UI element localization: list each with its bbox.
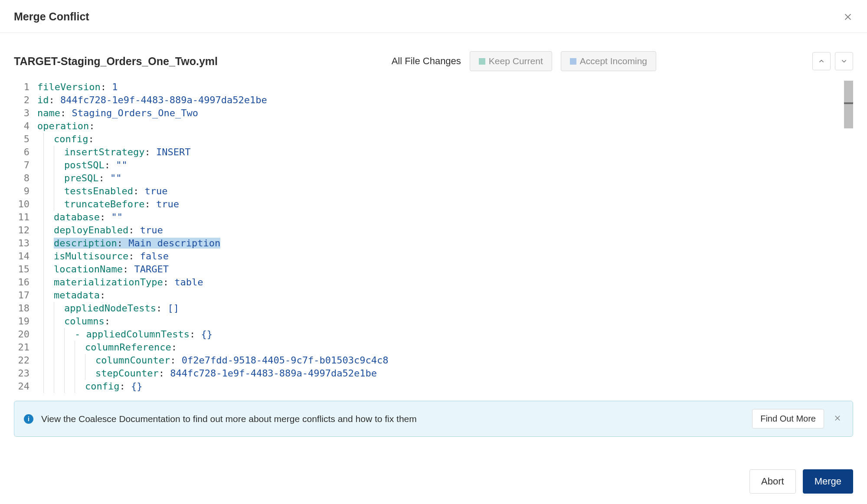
line-number: 19 — [14, 315, 37, 328]
modal-footer: Abort Merge — [749, 469, 853, 494]
scroll-marker — [844, 102, 853, 104]
banner-close-icon[interactable] — [832, 412, 843, 425]
code-line: 18appliedNodeTests: [] — [14, 302, 853, 315]
conflict-controls: All File Changes Keep Current Accept Inc… — [392, 51, 656, 71]
modal-title: Merge Conflict — [14, 10, 89, 23]
code-content: columns: — [37, 315, 853, 328]
vertical-scrollbar[interactable] — [844, 81, 853, 128]
abort-button[interactable]: Abort — [749, 469, 796, 494]
code-content: testsEnabled: true — [37, 185, 853, 198]
line-number: 13 — [14, 237, 37, 250]
accept-incoming-swatch-icon — [570, 58, 576, 65]
keep-current-label: Keep Current — [489, 56, 543, 66]
code-content: - appliedColumnTests: {} — [37, 328, 853, 341]
next-conflict-button[interactable] — [835, 52, 853, 70]
code-content: locationName: TARGET — [37, 263, 853, 276]
code-line: 4operation: — [14, 120, 853, 133]
code-content: database: "" — [37, 211, 853, 224]
line-number: 12 — [14, 224, 37, 237]
code-line: 19columns: — [14, 315, 853, 328]
line-number: 24 — [14, 380, 37, 393]
code-line: 24config: {} — [14, 380, 853, 393]
code-line: 2id: 844fc728-1e9f-4483-889a-4997da52e1b… — [14, 94, 853, 107]
code-content: stepCounter: 844fc728-1e9f-4483-889a-499… — [37, 367, 853, 380]
code-content: config: — [37, 133, 853, 146]
line-number: 11 — [14, 211, 37, 224]
code-line: 10truncateBefore: true — [14, 198, 853, 211]
line-number: 3 — [14, 107, 37, 120]
line-number: 15 — [14, 263, 37, 276]
line-number: 2 — [14, 94, 37, 107]
line-number: 10 — [14, 198, 37, 211]
code-line: 11database: "" — [14, 211, 853, 224]
help-banner-text: View the Coalesce Documentation to find … — [41, 414, 744, 424]
code-content: deployEnabled: true — [37, 224, 853, 237]
prev-conflict-button[interactable] — [812, 52, 831, 70]
file-toolbar: TARGET-Staging_Orders_One_Two.yml All Fi… — [0, 33, 867, 79]
code-content: columnCounter: 0f2e7fdd-9518-4405-9c7f-b… — [37, 354, 853, 367]
line-number: 20 — [14, 328, 37, 341]
code-content: description: Main description — [37, 237, 853, 250]
keep-current-swatch-icon — [479, 58, 485, 65]
line-number: 1 — [14, 81, 37, 94]
code-line: 17metadata: — [14, 289, 853, 302]
code-line: 15locationName: TARGET — [14, 263, 853, 276]
code-editor[interactable]: 1fileVersion: 12id: 844fc728-1e9f-4483-8… — [14, 79, 853, 394]
line-number: 14 — [14, 250, 37, 263]
line-number: 18 — [14, 302, 37, 315]
code-line: 5config: — [14, 133, 853, 146]
line-number: 8 — [14, 172, 37, 185]
code-line: 13description: Main description — [14, 237, 853, 250]
code-content: postSQL: "" — [37, 159, 853, 172]
code-content: isMultisource: false — [37, 250, 853, 263]
code-content: materializationType: table — [37, 276, 853, 289]
file-name: TARGET-Staging_Orders_One_Two.yml — [14, 55, 218, 68]
code-content: fileVersion: 1 — [37, 81, 853, 94]
code-content: columnReference: — [37, 341, 853, 354]
keep-current-button[interactable]: Keep Current — [470, 51, 552, 71]
help-banner: i View the Coalesce Documentation to fin… — [14, 401, 853, 437]
code-content: name: Staging_Orders_One_Two — [37, 107, 853, 120]
conflict-nav — [812, 52, 853, 70]
accept-incoming-button[interactable]: Accept Incoming — [561, 51, 656, 71]
line-number: 16 — [14, 276, 37, 289]
line-number: 17 — [14, 289, 37, 302]
code-content: insertStrategy: INSERT — [37, 146, 853, 159]
all-file-changes-label: All File Changes — [392, 56, 461, 67]
merge-button[interactable]: Merge — [803, 469, 853, 494]
code-line: 3name: Staging_Orders_One_Two — [14, 107, 853, 120]
code-content: config: {} — [37, 380, 853, 393]
code-line: 9testsEnabled: true — [14, 185, 853, 198]
line-number: 6 — [14, 146, 37, 159]
code-content: operation: — [37, 120, 853, 133]
line-number: 4 — [14, 120, 37, 133]
line-number: 22 — [14, 354, 37, 367]
accept-incoming-label: Accept Incoming — [580, 56, 647, 66]
line-number: 7 — [14, 159, 37, 172]
code-line: 21columnReference: — [14, 341, 853, 354]
code-line: 12deployEnabled: true — [14, 224, 853, 237]
code-line: 1fileVersion: 1 — [14, 81, 853, 94]
code-content: id: 844fc728-1e9f-4483-889a-4997da52e1be — [37, 94, 853, 107]
code-content: truncateBefore: true — [37, 198, 853, 211]
code-line: 6insertStrategy: INSERT — [14, 146, 853, 159]
info-icon: i — [24, 414, 33, 424]
code-line: 7postSQL: "" — [14, 159, 853, 172]
code-line: 20- appliedColumnTests: {} — [14, 328, 853, 341]
code-line: 23stepCounter: 844fc728-1e9f-4483-889a-4… — [14, 367, 853, 380]
find-out-more-button[interactable]: Find Out More — [752, 409, 824, 429]
line-number: 5 — [14, 133, 37, 146]
line-number: 9 — [14, 185, 37, 198]
line-number: 23 — [14, 367, 37, 380]
code-line: 8preSQL: "" — [14, 172, 853, 185]
code-line: 22columnCounter: 0f2e7fdd-9518-4405-9c7f… — [14, 354, 853, 367]
code-content: preSQL: "" — [37, 172, 853, 185]
close-icon[interactable] — [843, 12, 853, 22]
code-line: 14isMultisource: false — [14, 250, 853, 263]
code-content: appliedNodeTests: [] — [37, 302, 853, 315]
code-line: 16materializationType: table — [14, 276, 853, 289]
line-number: 21 — [14, 341, 37, 354]
code-content: metadata: — [37, 289, 853, 302]
modal-header: Merge Conflict — [0, 0, 867, 33]
